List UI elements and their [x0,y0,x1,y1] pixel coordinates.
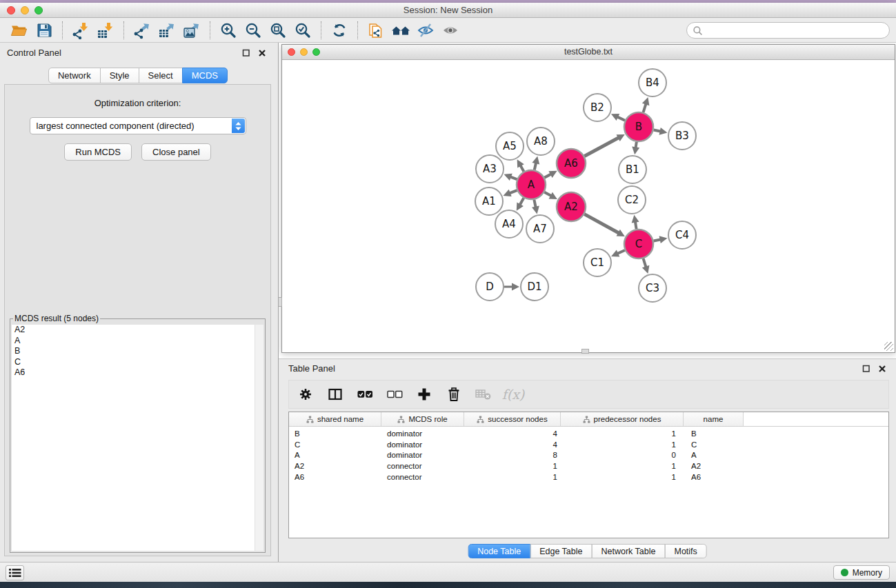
close-panel-button[interactable] [257,48,266,57]
graph-node-A[interactable] [517,170,546,199]
show-all-columns-button[interactable] [352,383,377,406]
selected-criterion-value: largest connected component (directed) [30,121,195,131]
column-header-predecessor-nodes[interactable]: predecessor nodes [561,412,684,426]
apply-layout-button[interactable] [327,20,352,41]
graph-node-C[interactable] [624,230,653,258]
graph-node-B2[interactable] [584,94,611,121]
graph-node-D[interactable] [476,273,504,301]
minimize-network-button[interactable] [300,48,308,56]
tab-edge-table[interactable]: Edge Table [530,544,592,558]
close-network-button[interactable] [288,48,295,56]
tab-network-table[interactable]: Network Table [592,544,666,558]
network-from-selection-button[interactable] [364,20,388,41]
memory-button[interactable]: Memory [833,565,890,580]
graph-node-D1[interactable] [521,273,548,301]
table-row[interactable]: A6connector11A6 [289,472,888,483]
graph-node-A5[interactable] [496,132,524,160]
mcds-result-item[interactable]: C [12,357,263,368]
close-table-panel-button[interactable] [877,364,886,373]
status-bar: Memory [0,562,896,582]
close-window-button[interactable] [7,6,15,14]
graph-edge-A6-B[interactable] [584,137,619,156]
open-session-button[interactable] [7,20,32,41]
optimization-criterion-select[interactable]: largest connected component (directed) [30,117,246,134]
graph-node-B[interactable] [624,112,653,141]
graph-node-A6[interactable] [557,149,586,178]
export-network-button[interactable] [130,20,155,41]
graph-node-A7[interactable] [526,215,554,243]
save-session-button[interactable] [32,20,57,41]
scrollbar-track[interactable] [255,325,263,551]
mcds-result-item[interactable]: A6 [12,367,263,378]
task-history-button[interactable] [6,565,24,580]
show-network-home-button[interactable] [388,20,413,41]
hide-selected-nodes-button[interactable] [413,20,438,41]
network-canvas[interactable]: AA1A2A3A4A5A6A7A8BB1B2B3B4CC1C2C3C4DD1 [282,60,895,352]
graph-node-A2[interactable] [557,192,586,221]
zoom-selected-button[interactable] [290,20,315,41]
float-table-panel-button[interactable] [862,364,870,373]
refresh-icon [330,21,348,39]
tab-network[interactable]: Network [48,68,101,83]
graph-node-B1[interactable] [619,156,646,183]
graph-node-C4[interactable] [668,221,696,249]
split-table-button[interactable] [323,383,348,406]
table-row[interactable]: Adominator80A [289,450,888,461]
export-image-button[interactable] [179,20,204,41]
graph-node-A1[interactable] [475,187,503,215]
function-builder-button[interactable]: f(x) [501,383,526,406]
show-hidden-nodes-button[interactable] [438,20,463,41]
mcds-result-list: A2ABCA6 [12,325,263,551]
zoom-fit-button[interactable] [266,20,290,41]
search-input[interactable] [706,24,889,37]
graph-edge-A2-C[interactable] [584,214,619,234]
tab-style[interactable]: Style [100,68,139,83]
delete-table-button[interactable] [471,383,496,406]
mcds-result-item[interactable]: A [12,336,263,347]
resize-grip-icon[interactable] [884,342,893,351]
close-panel-button2[interactable]: Close panel [141,143,211,161]
tab-motifs[interactable]: Motifs [664,544,706,558]
column-header-name[interactable]: name [684,412,744,426]
tab-select[interactable]: Select [139,68,183,83]
column-header-mcds-role[interactable]: MCDS role [381,412,464,426]
graph-node-C2[interactable] [618,186,646,214]
zoom-in-button[interactable] [216,20,241,41]
fullscreen-window-button[interactable] [34,6,43,14]
tab-node-table[interactable]: Node Table [468,544,530,558]
import-network-button[interactable] [68,20,93,41]
left-edge-grip[interactable] [279,297,282,307]
column-header-successor-nodes[interactable]: successor nodes [464,412,561,426]
graph-node-C1[interactable] [584,249,611,276]
table-row[interactable]: A2connector11A2 [289,460,888,472]
graph-node-C3[interactable] [639,274,666,302]
export-table-button[interactable] [155,20,179,41]
mcds-result-item[interactable]: A2 [12,325,263,336]
column-header-shared-name[interactable]: shared name [289,412,381,426]
float-panel-button[interactable] [241,48,250,57]
graph-node-A3[interactable] [476,155,504,183]
import-table-button[interactable] [93,20,118,41]
add-column-button[interactable] [412,383,437,406]
bottom-edge-grip[interactable] [581,349,589,354]
minimize-window-button[interactable] [21,6,29,14]
zoom-out-button[interactable] [241,20,266,41]
table-cell: dominator [381,440,464,449]
import-network-icon [72,21,90,39]
graph-node-B4[interactable] [639,69,666,97]
hide-all-columns-button[interactable] [382,383,407,406]
table-row[interactable]: Cdominator41C [289,439,888,450]
graph-edge-C-C3[interactable] [644,258,646,267]
run-mcds-button[interactable]: Run MCDS [64,143,132,161]
table-row[interactable]: Bdominator41B [289,428,888,439]
table-settings-button[interactable] [293,383,318,406]
graph-node-A8[interactable] [527,128,555,155]
mcds-result-item[interactable]: B [12,346,263,357]
zoom-network-button[interactable] [312,48,320,56]
tab-mcds[interactable]: MCDS [182,68,228,83]
graph-node-A4[interactable] [495,210,523,238]
import-table-icon [97,21,115,39]
delete-columns-button[interactable] [441,383,466,406]
graph-node-B3[interactable] [668,122,696,150]
graph-edge-B-B4[interactable] [644,103,646,112]
